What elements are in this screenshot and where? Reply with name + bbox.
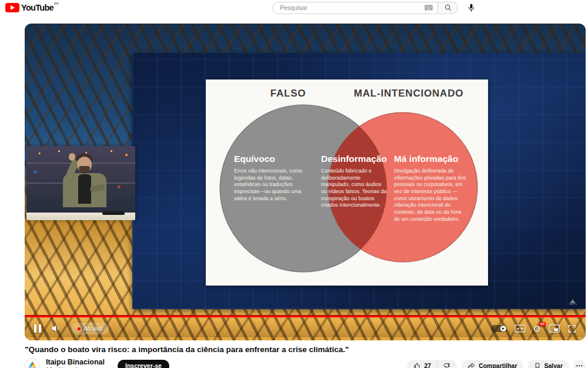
thumbs-up-icon — [413, 362, 421, 368]
interpreter-shirt — [78, 174, 91, 204]
itaipu-watermark: ITAIPU — [568, 299, 577, 306]
speaker-icon — [51, 324, 62, 333]
video-title: "Quando o boato vira risco: a importânci… — [25, 345, 560, 354]
venn-title-equivoco: Equívoco — [234, 154, 312, 164]
settings-hd-badge: HD — [539, 322, 546, 326]
venn-header-falso: FALSO — [229, 88, 347, 100]
search-icon — [444, 4, 452, 12]
keyboard-icon[interactable] — [425, 5, 433, 11]
miniplayer-icon — [549, 324, 560, 333]
search-input[interactable] — [280, 4, 425, 11]
share-label: Compartilhar — [479, 362, 517, 368]
youtube-logo[interactable]: YouTube BR — [5, 3, 59, 12]
live-badge-label: Ao vivo — [83, 326, 103, 332]
interpreter-laptop — [102, 211, 125, 215]
channel-name[interactable]: Itaipu Binacional — [46, 358, 105, 366]
venn-title-desinformacao: Desinformação — [321, 154, 388, 164]
venn-body-desinformacao: Conteúdo fabricado e deliberadamente man… — [321, 168, 388, 209]
fullscreen-button[interactable] — [567, 324, 576, 333]
settings-button[interactable]: ⚙ HD — [533, 324, 541, 333]
venn-title-mainformacao: Má informação — [394, 154, 468, 164]
save-button[interactable]: Salvar — [527, 360, 569, 368]
venn-text-desinformacao: Desinformação Conteúdo fabricado e delib… — [321, 154, 388, 209]
microphone-icon — [467, 3, 476, 13]
venn-header-malintencionado: MAL-INTENCIONADO — [341, 88, 476, 100]
top-header: YouTube BR — [0, 0, 588, 19]
pause-button[interactable] — [34, 324, 41, 333]
youtube-country-code: BR — [54, 2, 59, 5]
live-badge[interactable]: Ao vivo — [71, 323, 109, 334]
autoplay-knob-icon — [500, 326, 506, 331]
like-dislike-pill: 27 — [407, 360, 457, 368]
miniplayer-button[interactable] — [549, 324, 560, 333]
search-bar — [272, 1, 477, 14]
youtube-play-icon — [5, 3, 19, 12]
like-count: 27 — [424, 362, 431, 368]
voice-search-button[interactable] — [465, 1, 477, 14]
sign-language-interpreter-inset — [26, 146, 135, 220]
interpreter-hand — [69, 153, 75, 161]
search-field-container — [272, 2, 438, 14]
autoplay-toggle[interactable] — [491, 325, 507, 332]
youtube-logo-text: YouTube — [21, 3, 54, 12]
itaipu-logo-icon — [29, 362, 36, 367]
channel-avatar[interactable]: ITAIPU — [25, 358, 40, 368]
venn-text-mainformacao: Má informação Divulgação deliberada de i… — [394, 154, 468, 223]
thumbs-down-icon — [443, 362, 450, 368]
bookmark-icon — [534, 362, 541, 368]
live-dot-icon — [78, 327, 81, 330]
video-meta-row: ITAIPU Itaipu Binacional 12 mil inscrito… — [25, 358, 586, 368]
subtitles-button[interactable] — [514, 324, 526, 333]
player-controls: Ao vivo ⚙ HD — [25, 320, 586, 337]
share-button[interactable]: Compartilhar — [461, 360, 523, 368]
dislike-button[interactable] — [437, 360, 457, 368]
like-button[interactable]: 27 — [407, 360, 437, 368]
volume-button[interactable] — [51, 324, 62, 333]
share-icon — [467, 362, 476, 368]
subscribe-button[interactable]: Inscrever-se — [118, 360, 169, 368]
venn-body-mainformacao: Divulgação deliberada de informações pri… — [394, 168, 468, 223]
venn-diagram-slide: FALSO MAL-INTENCIONADO Equívoco Erros nã… — [206, 79, 488, 286]
action-buttons: 27 Compartilhar Salvar ⋯ — [407, 360, 586, 368]
venn-text-equivoco: Equívoco Erros não intencionais, como le… — [234, 154, 312, 202]
subtitles-icon — [514, 324, 526, 333]
more-actions-button[interactable]: ⋯ — [573, 360, 586, 368]
video-player[interactable]: ITAIPU FALSO MAL-INTENCIONADO Equívoco E… — [25, 24, 586, 340]
venn-body-equivoco: Erros não intencionais, como legendas de… — [234, 168, 312, 202]
live-progress-bar[interactable] — [25, 316, 586, 317]
save-label: Salvar — [544, 362, 563, 368]
search-button[interactable] — [438, 2, 458, 14]
fullscreen-icon — [567, 324, 576, 333]
